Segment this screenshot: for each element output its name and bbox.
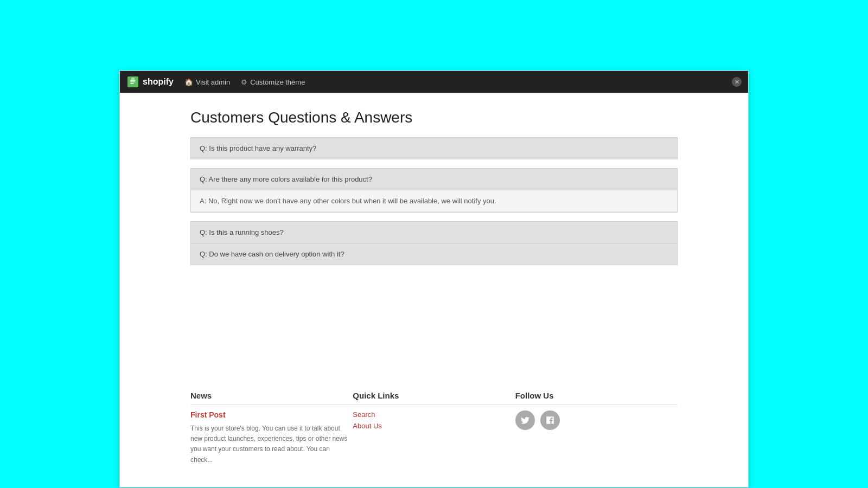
shopify-bag-icon <box>126 75 139 88</box>
social-icons <box>515 410 678 430</box>
qa-item: Q: Is this a running shoes? <box>191 222 677 243</box>
visit-admin-link[interactable]: 🏠 Visit admin <box>184 78 230 86</box>
footer-link-search[interactable]: Search <box>353 410 515 419</box>
footer-links-title: Quick Links <box>353 391 515 405</box>
customize-theme-label: Customize theme <box>250 78 305 86</box>
qa-group-2: Q: Are there any more colors available f… <box>190 168 678 213</box>
footer-links-col: Quick Links Search About Us <box>353 391 515 465</box>
customize-theme-link[interactable]: ⚙ Customize theme <box>241 78 305 86</box>
shopify-logo: shopify <box>126 75 174 88</box>
main-content: Customers Questions & Answers Q: Is this… <box>120 93 748 375</box>
qa-item: Q: Is this product have any warranty? <box>191 138 677 159</box>
qa-group-3: Q: Is this a running shoes? <box>190 221 678 243</box>
svg-rect-1 <box>131 78 135 80</box>
footer-social-col: Follow Us <box>515 391 678 465</box>
facebook-icon[interactable] <box>540 410 560 430</box>
admin-icon: 🏠 <box>184 78 193 86</box>
twitter-icon[interactable] <box>515 410 535 430</box>
top-bar: shopify 🏠 Visit admin ⚙ Customize theme … <box>120 71 748 93</box>
footer-link-about[interactable]: About Us <box>353 422 515 430</box>
qa-group-1: Q: Is this product have any warranty? <box>190 137 678 159</box>
footer-follow-title: Follow Us <box>515 391 678 405</box>
footer-post-text: This is your store's blog. You can use i… <box>190 423 353 465</box>
visit-admin-label: Visit admin <box>196 78 230 86</box>
close-button[interactable]: ✕ <box>732 77 742 87</box>
brand-name: shopify <box>143 77 174 87</box>
qa-answer: A: No, Right now we don't have any other… <box>191 190 677 212</box>
qa-group-4: Q: Do we have cash on delivery option wi… <box>190 243 678 265</box>
page-title: Customers Questions & Answers <box>190 109 678 126</box>
qa-item: Q: Do we have cash on delivery option wi… <box>191 243 677 265</box>
footer-news-col: News First Post This is your store's blo… <box>190 391 353 465</box>
qa-item: Q: Are there any more colors available f… <box>191 169 677 190</box>
footer-news-title: News <box>190 391 353 405</box>
browser-window: shopify 🏠 Visit admin ⚙ Customize theme … <box>119 70 749 487</box>
footer: News First Post This is your store's blo… <box>120 375 748 487</box>
footer-post-title[interactable]: First Post <box>190 410 353 419</box>
gear-icon: ⚙ <box>241 78 247 86</box>
top-bar-left: shopify 🏠 Visit admin ⚙ Customize theme <box>126 75 305 88</box>
